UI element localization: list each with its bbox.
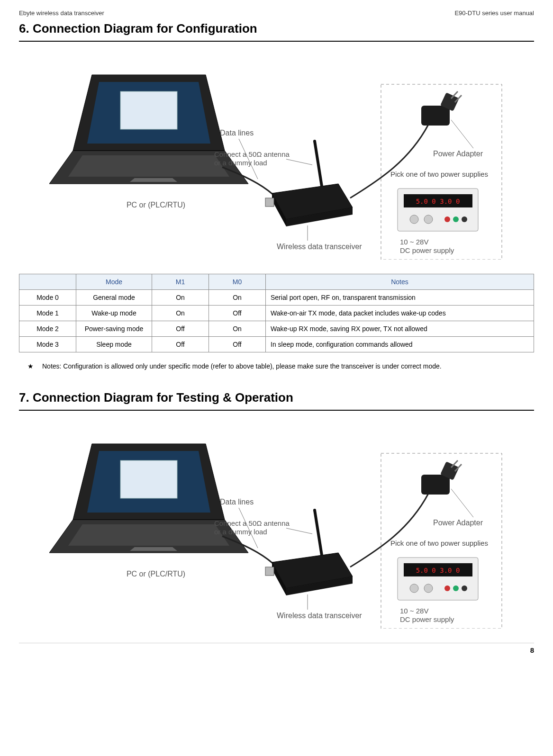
table-row: Mode 3 Sleep mode Off Off In sleep mode,… [19,337,534,352]
label-pick-one: Pick one of two power supplies [390,539,488,547]
svg-rect-34 [265,567,274,576]
svg-marker-27 [68,524,229,546]
cell-mode-name: Sleep mode [76,337,152,352]
svg-point-45 [462,585,467,591]
cell-mode-id: Mode 0 [19,290,76,306]
label-dc-1: 10 ~ 28V [400,607,428,615]
label-dc-1: 10 ~ 28V [400,238,428,246]
section-6-title: 6. Connection Diagram for Configuration [19,21,534,36]
svg-point-19 [424,215,433,224]
svg-marker-28 [130,547,177,551]
cell-m0: Off [209,337,266,352]
svg-point-20 [444,216,450,222]
cell-mode-id: Mode 3 [19,337,76,352]
cell-m1: On [152,306,209,321]
leader-adapter [451,120,473,148]
diagram-testing: PC or (PLC/RTU) Data lines Wireless data… [19,425,534,629]
page-number: 8 [530,646,534,654]
diagram-svg: PC or (PLC/RTU) Data lines Wireless data… [49,425,504,629]
cell-m1: Off [152,337,209,352]
star-icon: ★ [27,362,34,371]
section-7-title: 7. Connection Diagram for Testing & Oper… [19,390,534,405]
th-notes: Notes [266,274,534,290]
svg-point-18 [410,215,418,224]
psu-display: 5.0 0 3.0 0 [416,198,460,205]
leader-antenna [286,159,312,165]
cell-m0: Off [209,306,266,321]
label-pc: PC or (PLC/RTU) [126,201,185,209]
label-antenna-2: or a dummy load [214,528,267,536]
cell-notes: Wake-on-air TX mode, data packet include… [266,306,534,321]
note-line: ★ Notes: Configuration is allowed only u… [19,362,534,371]
cell-notes: Serial port open, RF on, transparent tra… [266,290,534,306]
cell-m0: On [209,321,266,337]
laptop-icon [49,75,248,184]
svg-rect-11 [265,198,274,207]
th-m0: M0 [209,274,266,290]
diagram-configuration: PC or (PLC/RTU) Data lines Wireless data… [19,56,534,260]
dc-supply-icon: 5.0 0 3.0 0 [398,189,478,231]
table-row: Mode 0 General mode On On Serial port op… [19,290,534,306]
cell-notes: Wake-up RX mode, saving RX power, TX not… [266,321,534,337]
label-pick-one: Pick one of two power supplies [390,170,488,178]
svg-marker-5 [130,178,177,182]
label-antenna-1: Connect a 50Ω antenna [214,519,290,527]
svg-point-41 [410,584,418,593]
leader-adapter [451,489,473,517]
laptop-icon [49,444,248,553]
cell-mode-name: Power-saving mode [76,321,152,337]
psu-display: 5.0 0 3.0 0 [416,567,460,574]
label-pc: PC or (PLC/RTU) [126,570,185,578]
svg-rect-25 [120,460,177,498]
table-row: Mode 2 Power-saving mode Off On Wake-up … [19,321,534,337]
label-power-adapter: Power Adapter [433,150,483,158]
th-m1: M1 [152,274,209,290]
svg-point-10 [313,140,316,143]
page-footer: 8 [19,643,534,654]
cell-mode-id: Mode 2 [19,321,76,337]
svg-rect-12 [421,106,450,126]
table-header-row: Mode M1 M0 Notes [19,274,534,290]
cell-notes: In sleep mode, configuration commands al… [266,337,534,352]
power-adapter-icon [350,91,462,198]
th-mode: Mode [76,274,152,290]
cell-mode-id: Mode 1 [19,306,76,321]
label-data-lines: Data lines [220,498,254,506]
label-antenna-1: Connect a 50Ω antenna [214,150,290,158]
svg-point-21 [453,216,459,222]
label-dc-2: DC power supply [400,246,454,254]
diagram-svg: PC or (PLC/RTU) Data lines Wireless data… [49,56,504,260]
section-rule [19,410,534,411]
mode-table: Mode M1 M0 Notes Mode 0 General mode On … [19,274,534,352]
svg-line-9 [315,141,322,186]
leader-antenna [286,528,312,534]
page-header: Ebyte wireless data transceiver E90-DTU … [19,9,534,17]
th-blank [19,274,76,290]
label-transceiver: Wireless data transceiver [277,243,362,251]
dc-supply-icon: 5.0 0 3.0 0 [398,558,478,600]
svg-marker-4 [68,155,229,177]
svg-point-33 [313,509,316,512]
header-right: E90-DTU series user manual [454,9,534,17]
svg-point-44 [453,585,459,591]
svg-rect-2 [120,91,177,129]
label-data-lines: Data lines [220,129,254,137]
table-row: Mode 1 Wake-up mode On Off Wake-on-air T… [19,306,534,321]
power-adapter-icon [350,460,462,567]
section-rule [19,41,534,42]
header-left: Ebyte wireless data transceiver [19,9,104,17]
label-power-adapter: Power Adapter [433,519,483,527]
label-antenna-2: or a dummy load [214,159,267,167]
svg-point-22 [462,216,467,222]
note-text: Notes: Configuration is allowed only und… [42,362,534,371]
cell-m1: Off [152,321,209,337]
svg-line-32 [315,510,322,555]
svg-point-42 [424,584,433,593]
label-dc-2: DC power supply [400,615,454,623]
cell-mode-name: General mode [76,290,152,306]
cell-m1: On [152,290,209,306]
cell-m0: On [209,290,266,306]
svg-point-43 [444,585,450,591]
label-transceiver: Wireless data transceiver [277,612,362,620]
svg-rect-35 [421,475,450,495]
